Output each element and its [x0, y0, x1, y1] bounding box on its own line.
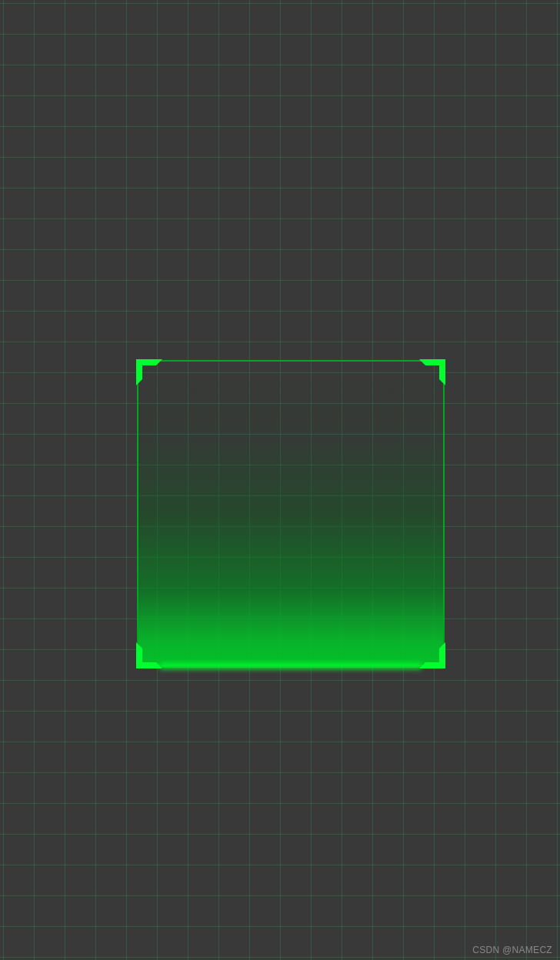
watermark-text: CSDN @NAMECZ: [472, 945, 552, 955]
hud-border: [137, 360, 445, 668]
corner-bracket-bottom-right-icon: [419, 642, 445, 668]
corner-bracket-bottom-left-icon: [136, 642, 162, 668]
corner-bracket-top-left-icon: [136, 359, 162, 385]
corner-bracket-top-right-icon: [419, 359, 445, 385]
hud-bottom-glow: [160, 663, 422, 669]
hud-panel: [137, 360, 445, 668]
